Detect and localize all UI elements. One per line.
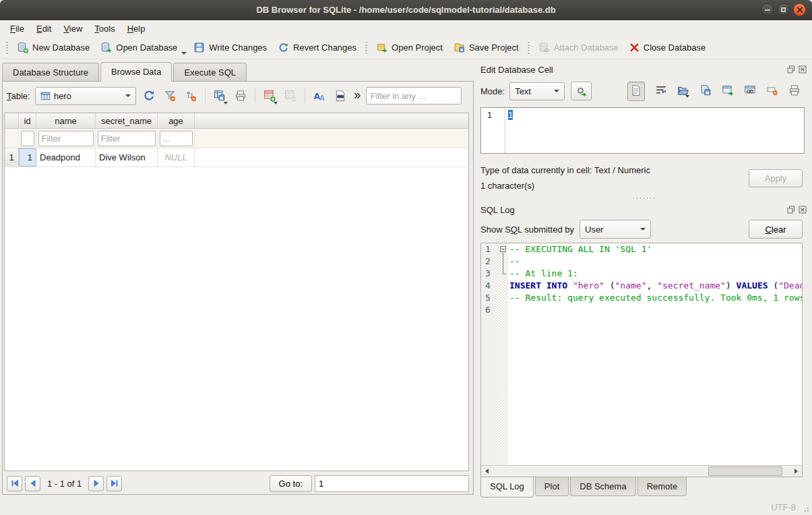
tab-plot[interactable]: Plot [535,477,569,496]
toolbar-overflow-icon[interactable] [353,92,361,100]
grid-empty-area[interactable] [5,167,468,471]
tab-remote[interactable]: Remote [637,477,687,496]
filter-cell-id [19,129,36,148]
sql-log-text: -- EXECUTING ALL IN 'SQL 1' -- -- At lin… [508,243,802,465]
cell-id[interactable]: 1 [19,148,36,166]
menu-file[interactable]: File [4,22,30,36]
sql-source-select[interactable]: User [580,220,651,239]
separator [205,88,206,103]
tab-browse-data[interactable]: Browse Data [100,62,172,82]
data-grid: id name secret_name age [4,113,469,471]
column-header-name[interactable]: name [36,113,96,129]
fold-toggle-icon[interactable] [500,246,506,252]
link-data-button[interactable] [744,84,756,98]
main-tabbar: Database Structure Browse Data Execute S… [2,61,474,81]
next-record-button[interactable] [88,476,104,491]
goto-button[interactable]: Go to: [270,475,312,492]
menu-edit[interactable]: Edit [30,22,57,36]
horizontal-scrollbar[interactable] [481,465,802,477]
insert-record-button[interactable] [261,88,278,104]
first-record-button[interactable] [7,476,22,491]
filter-clear-button[interactable] [162,88,178,104]
open-project-button[interactable]: Open Project [371,38,448,57]
cell-name[interactable]: Deadpond [36,148,96,166]
save-project-icon [454,42,465,53]
grid-corner-header[interactable] [5,113,19,129]
open-database-button[interactable]: Open Database [95,38,183,57]
write-changes-button[interactable]: Write Changes [188,38,272,57]
float-dock-button[interactable] [786,65,795,74]
sql-log-title: SQL Log [480,205,786,215]
filter-input-name[interactable] [38,131,94,146]
mode-select[interactable]: Text [509,82,565,100]
print-table-button[interactable] [232,88,249,104]
print-cell-button[interactable] [788,84,801,98]
attach-database-button[interactable]: Attach Database [533,38,624,57]
cell-age[interactable]: NULL [158,148,195,166]
close-button[interactable] [793,3,806,16]
maximize-button[interactable] [777,3,790,16]
scroll-left-button[interactable] [481,466,493,477]
goto-input[interactable] [315,475,469,492]
external-window-icon [722,84,734,96]
scrollbar-thumb[interactable] [708,466,782,476]
save-table-button[interactable] [212,88,228,104]
menu-view[interactable]: View [57,22,88,36]
filter-input-id[interactable] [21,131,34,146]
tab-execute-sql[interactable]: Execute SQL [173,63,247,81]
cell-editor-content[interactable]: 1 [505,108,804,153]
cell-secret-name[interactable]: Dive Wilson [96,148,158,166]
import-cell-button[interactable] [677,85,689,97]
dropdown-caret-icon [224,102,228,104]
close-database-button[interactable]: Close Database [624,39,712,56]
revert-changes-button[interactable]: Revert Changes [272,38,362,57]
apply-button[interactable]: Apply [749,169,803,187]
dock-splitter[interactable] [480,193,807,202]
open-database-dropdown-icon[interactable] [181,52,187,55]
column-header-secret-name[interactable]: secret_name [96,113,158,129]
column-header-id[interactable]: id [19,113,36,129]
toolbar-separator [365,40,368,55]
set-null-button[interactable] [766,84,778,98]
open-external-button[interactable] [722,84,734,98]
tab-db-schema[interactable]: DB Schema [570,477,635,496]
clear-log-button[interactable]: Clear [749,220,803,239]
find-in-table-button[interactable] [332,88,348,104]
new-database-button[interactable]: New Database [11,38,95,57]
last-record-button[interactable] [106,476,122,491]
menubar: File Edit View Tools Help [0,20,812,36]
table-icon [40,91,51,101]
refresh-button[interactable] [141,88,157,104]
auto-apply-button[interactable] [571,82,592,100]
column-header-age[interactable]: age [158,113,195,129]
menu-help[interactable]: Help [121,22,152,36]
float-dock-button[interactable] [786,206,795,214]
export-cell-button[interactable] [699,84,712,98]
resize-grip[interactable] [801,504,810,513]
sort-clear-button[interactable] [183,88,199,104]
save-project-button[interactable]: Save Project [448,38,524,57]
cell-editor[interactable]: 1 1 [480,107,805,154]
scrollbar-track[interactable] [493,466,790,477]
close-dock-button[interactable] [798,206,807,214]
menu-tools[interactable]: Tools [88,22,121,36]
delete-record-button[interactable] [282,88,299,104]
tab-sql-log[interactable]: SQL Log [480,477,534,497]
word-wrap-button[interactable] [655,84,667,98]
text-mode-button[interactable] [627,82,645,101]
format-toggle-button[interactable]: AA [311,88,327,104]
toolbar-handle[interactable] [5,40,9,55]
close-dock-button[interactable] [798,65,807,74]
global-filter-input[interactable] [366,87,462,104]
minimize-button[interactable] [761,3,774,16]
word-wrap-icon [655,84,667,96]
minimize-icon [765,9,770,11]
tab-database-structure[interactable]: Database Structure [2,63,99,81]
filter-input-secret-name[interactable] [98,131,156,146]
filter-input-age[interactable] [160,131,193,146]
scroll-right-button[interactable] [790,466,802,477]
sql-log-line-numbers: 1 2 3 4 5 6 [481,243,499,465]
previous-record-button[interactable] [25,476,40,491]
table-select[interactable]: hero [35,87,136,105]
row-header[interactable]: 1 [5,148,19,166]
